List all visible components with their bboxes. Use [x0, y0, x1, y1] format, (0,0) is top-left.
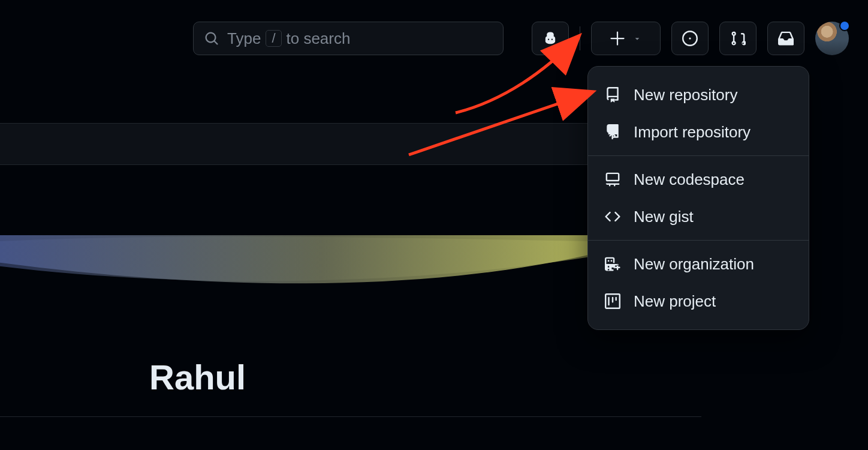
create-new-menu: New repository Import repository New cod…	[587, 66, 809, 330]
repo-icon	[605, 87, 620, 103]
user-display-name: Rahul	[149, 357, 246, 397]
menu-item-new-project[interactable]: New project	[588, 283, 809, 320]
search-placeholder: Type / to search	[227, 29, 350, 48]
pull-requests-button[interactable]	[719, 22, 757, 55]
plus-icon	[610, 31, 625, 46]
menu-item-label: New repository	[634, 86, 737, 104]
page-title: Rahul	[149, 357, 246, 397]
pull-request-icon	[730, 31, 746, 46]
repo-push-icon	[605, 124, 620, 140]
chevron-down-icon	[633, 34, 641, 43]
menu-separator	[588, 240, 809, 241]
project-icon	[605, 293, 620, 309]
menu-item-import-repository[interactable]: Import repository	[588, 113, 809, 151]
notification-dot	[839, 20, 850, 31]
code-icon	[605, 209, 620, 224]
menu-item-new-organization[interactable]: New organization	[588, 245, 809, 283]
org-icon	[605, 256, 620, 272]
codespace-icon	[605, 172, 620, 187]
inbox-icon	[778, 31, 794, 46]
decorative-wave	[0, 235, 587, 295]
notifications-button[interactable]	[767, 22, 804, 55]
copilot-icon	[542, 30, 559, 47]
issues-button[interactable]	[671, 22, 709, 55]
menu-item-new-gist[interactable]: New gist	[588, 198, 809, 235]
create-new-button[interactable]	[591, 22, 661, 55]
kbd-slash: /	[266, 30, 281, 47]
menu-item-label: New project	[634, 292, 716, 311]
title-underline	[0, 416, 701, 417]
menu-item-new-codespace[interactable]: New codespace	[588, 161, 809, 198]
search-input[interactable]: Type / to search	[193, 22, 504, 55]
issue-opened-icon	[682, 31, 698, 46]
menu-item-label: Import repository	[634, 123, 751, 142]
toolbar-divider	[580, 26, 580, 50]
menu-item-label: New codespace	[634, 170, 745, 189]
menu-item-label: New gist	[634, 208, 694, 226]
top-navigation: Type / to search	[0, 0, 868, 77]
menu-separator	[588, 155, 809, 156]
search-icon	[204, 31, 219, 46]
avatar[interactable]	[815, 22, 849, 55]
menu-item-label: New organization	[634, 255, 754, 274]
copilot-button[interactable]	[532, 22, 569, 55]
menu-item-new-repository[interactable]: New repository	[588, 76, 809, 113]
